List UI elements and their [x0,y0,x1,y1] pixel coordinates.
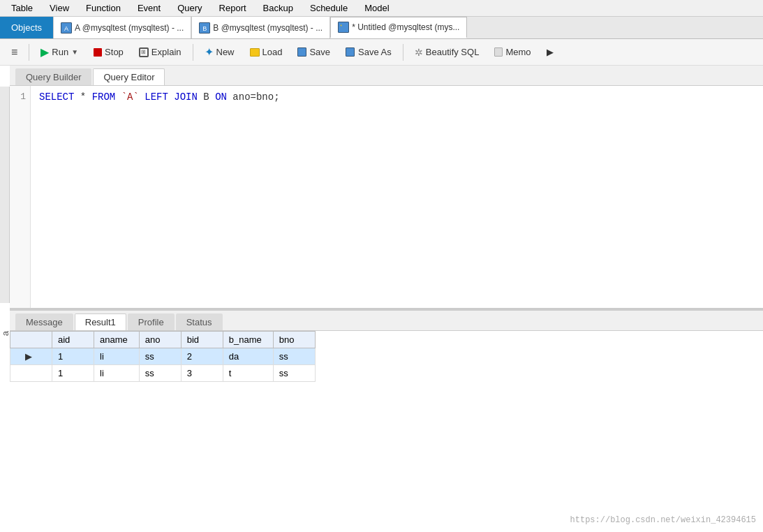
left-scroll [0,87,10,303]
cell-row2-bno: ss [273,364,315,381]
run-button[interactable]: ▶ Run ▼ [35,43,84,61]
run-label: Run [52,47,68,57]
save-as-icon [346,47,355,57]
tab-untitled-label: * Untitled @mysqltest (mys... [352,22,459,32]
run-icon: ▶ [40,45,49,59]
tabs-row: Objects A A @mysqltest (mysqltest) - ...… [0,17,763,39]
subtab-query-editor[interactable]: Query Editor [93,68,165,85]
table-row[interactable]: ▶ 1 li ss 2 da ss [10,348,316,364]
editor-area: 1 SELECT * FROM `A` LEFT JOIN B ON ano=b… [10,86,763,310]
result-tabs: Message Result1 Profile Status [10,311,763,331]
menu-function[interactable]: Function [77,1,129,15]
th-bno: bno [273,331,315,348]
subtab-query-builder[interactable]: Query Builder [15,68,91,85]
cell-row1-bid: 2 [181,348,223,364]
sql-select: SELECT [39,91,74,103]
table-header-row: aid aname ano bid b_name bno [10,331,316,348]
cell-row1-bno: ss [273,348,315,364]
save-icon [297,47,306,57]
sql-on: ON [215,91,227,103]
stop-label: Stop [105,47,124,57]
explain-label: Explain [151,47,182,57]
result-tab-result1[interactable]: Result1 [75,313,126,330]
menu-schedule[interactable]: Schedule [302,1,356,15]
line-number-1: 1 [14,91,26,102]
stop-icon [94,48,102,57]
cell-row1-ano: ss [139,348,181,364]
th-aname: aname [94,331,140,348]
cell-row2-aname: li [94,364,140,381]
explain-icon: ⊞ [139,47,149,57]
toolbar: ≡ ▶ Run ▼ Stop ⊞ Explain ✦ New Load Save… [0,39,763,66]
result-table-container: aid aname ano bid b_name bno ▶ 1 li ss 2 [10,331,763,382]
memo-button[interactable]: Memo [489,44,536,60]
watermark: https://blog.csdn.net/weixin_42394615 [570,515,756,525]
row-indicator-1: ▶ [10,348,52,364]
result-tab-status[interactable]: Status [176,313,223,330]
cell-row1-aid: 1 [52,348,94,364]
load-label: Load [262,47,283,57]
tab-b-label: B @mysqltest (mysqltest) - ... [213,23,323,33]
menu-event[interactable]: Event [129,1,169,15]
tab-a-icon: A [61,22,72,34]
tab-b-icon: B [199,22,210,34]
run-dropdown-icon[interactable]: ▼ [71,48,78,56]
menu-bar: Table View Function Event Query Report B… [0,0,763,17]
memo-icon [494,47,503,57]
menu-report[interactable]: Report [211,1,255,15]
left-label: a [0,331,10,336]
stop-button[interactable]: Stop [88,44,129,60]
tab-untitled-icon: * [338,22,349,33]
sql-table-b: B [203,91,215,103]
line-numbers: 1 [10,86,31,308]
table-row[interactable]: 1 li ss 3 t ss [10,364,316,381]
sql-star: * [80,91,92,103]
new-label: New [216,47,235,57]
beautify-icon: ✲ [415,47,423,58]
memo-label: Memo [505,47,531,57]
menu-table[interactable]: Table [3,1,41,15]
query-subtabs: Query Builder Query Editor [10,66,763,86]
explain-button[interactable]: ⊞ Explain [133,44,187,60]
new-icon: ✦ [205,45,214,59]
cell-row1-aname: li [94,348,140,364]
code-editor[interactable]: SELECT * FROM `A` LEFT JOIN B ON ano=bno… [31,86,763,308]
result-table: aid aname ano bid b_name bno ▶ 1 li ss 2 [10,331,316,382]
menu-backup[interactable]: Backup [255,1,302,15]
sql-table-a: `A` [121,91,139,103]
beautify-button[interactable]: ✲ Beautify SQL [409,44,485,61]
result-tab-message[interactable]: Message [15,313,73,330]
sql-from: FROM [92,91,116,103]
row-indicator-2 [10,364,52,381]
result-tab-profile[interactable]: Profile [128,313,175,330]
results-area: Message Result1 Profile Status aid aname… [10,310,763,533]
load-button[interactable]: Load [244,44,288,60]
th-bname: b_name [223,331,273,348]
tab-query-b[interactable]: B B @mysqltest (mysqltest) - ... [191,17,330,38]
th-indicator [10,331,52,348]
menu-view[interactable]: View [41,1,77,15]
save-button[interactable]: Save [292,44,336,60]
save-label: Save [309,47,330,57]
save-as-button[interactable]: Save As [340,44,397,60]
th-ano: ano [139,331,181,348]
beautify-label: Beautify SQL [426,47,480,57]
cell-row2-aid: 1 [52,364,94,381]
main-content: a Query Builder Query Editor 1 SELECT * … [0,66,763,532]
th-bid: bid [181,331,223,348]
tab-query-a[interactable]: A A @mysqltest (mysqltest) - ... [53,17,191,38]
cell-row2-bname: t [223,364,273,381]
tab-a-label: A @mysqltest (mysqltest) - ... [75,23,184,33]
menu-model[interactable]: Model [356,1,397,15]
hamburger-button[interactable]: ≡ [6,43,23,61]
tab-query-untitled[interactable]: * * Untitled @mysqltest (mys... [330,17,467,38]
more-button[interactable]: ▶ [541,44,559,60]
separator-3 [403,44,403,61]
sql-join: JOIN [174,91,198,103]
menu-query[interactable]: Query [169,1,210,15]
cell-row1-bname: da [223,348,273,364]
sql-left: LEFT [145,91,168,103]
separator-2 [193,44,193,61]
new-button[interactable]: ✦ New [199,43,240,61]
tab-objects[interactable]: Objects [0,17,53,38]
